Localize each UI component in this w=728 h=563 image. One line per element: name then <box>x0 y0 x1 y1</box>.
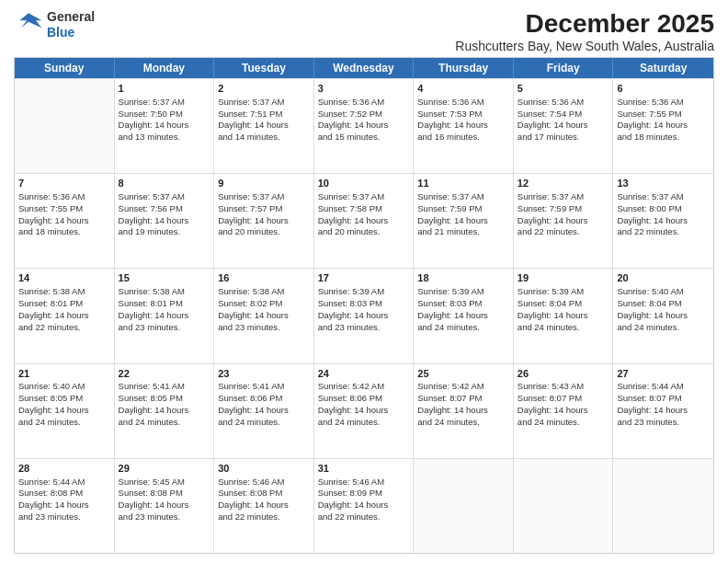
day-number: 16 <box>218 271 310 285</box>
day-info-line: and 18 minutes. <box>18 226 110 238</box>
day-number: 29 <box>119 462 210 476</box>
day-info-line: Daylight: 14 hours <box>218 120 310 132</box>
day-info-line: Daylight: 14 hours <box>518 405 609 417</box>
calendar-cell: 5Sunrise: 5:36 AMSunset: 7:54 PMDaylight… <box>514 79 614 173</box>
day-info-line: Sunset: 7:53 PM <box>417 109 509 121</box>
day-info-line: Sunset: 7:51 PM <box>218 109 310 121</box>
day-number: 22 <box>119 367 210 381</box>
day-info-line: Sunrise: 5:37 AM <box>417 191 509 203</box>
day-info-line: Sunset: 8:02 PM <box>218 298 310 310</box>
day-info-line: and 24 minutes. <box>417 417 509 429</box>
day-info-line: Daylight: 14 hours <box>218 500 310 511</box>
day-info-line: and 19 minutes. <box>119 226 210 238</box>
calendar-cell: 16Sunrise: 5:38 AMSunset: 8:02 PMDayligh… <box>214 269 314 362</box>
day-info-line: Daylight: 14 hours <box>617 120 710 132</box>
day-info-line: Sunrise: 5:36 AM <box>18 191 110 203</box>
day-info-line: and 22 minutes. <box>518 226 609 238</box>
day-info-line: Sunrise: 5:39 AM <box>518 286 609 298</box>
day-info-line: Sunset: 8:08 PM <box>119 488 210 500</box>
calendar-cell: 20Sunrise: 5:40 AMSunset: 8:04 PMDayligh… <box>613 269 713 362</box>
day-info-line: Sunset: 7:50 PM <box>119 109 210 121</box>
header-day-monday: Monday <box>115 58 215 78</box>
day-info-line: Sunset: 8:04 PM <box>518 298 609 310</box>
day-info-line: and 22 minutes. <box>18 322 110 334</box>
day-info-line: and 14 minutes. <box>218 132 310 144</box>
calendar-cell: 7Sunrise: 5:36 AMSunset: 7:55 PMDaylight… <box>15 174 115 268</box>
day-info-line: Sunset: 8:07 PM <box>617 393 710 405</box>
calendar-cell: 19Sunrise: 5:39 AMSunset: 8:04 PMDayligh… <box>514 269 614 362</box>
day-info-line: Daylight: 14 hours <box>119 405 210 417</box>
day-info-line: and 21 minutes. <box>417 226 509 238</box>
day-info-line: Sunrise: 5:36 AM <box>518 97 609 109</box>
day-info-line: Sunrise: 5:41 AM <box>119 381 210 393</box>
day-info-line: and 23 minutes. <box>18 511 110 523</box>
day-info-line: Sunset: 8:09 PM <box>318 488 410 500</box>
day-info-line: and 24 minutes. <box>218 417 310 429</box>
day-info-line: and 23 minutes. <box>119 322 210 334</box>
day-info-line: and 18 minutes. <box>617 132 710 144</box>
calendar-body: 1Sunrise: 5:37 AMSunset: 7:50 PMDaylight… <box>15 78 713 553</box>
day-number: 12 <box>518 177 609 190</box>
calendar-cell: 8Sunrise: 5:37 AMSunset: 7:56 PMDaylight… <box>115 174 215 268</box>
calendar-row-3: 14Sunrise: 5:38 AMSunset: 8:01 PMDayligh… <box>15 268 713 362</box>
calendar-row-5: 28Sunrise: 5:44 AMSunset: 8:08 PMDayligh… <box>15 458 713 553</box>
day-info-line: and 13 minutes. <box>119 132 210 144</box>
day-info-line: Daylight: 14 hours <box>518 310 609 322</box>
day-number: 4 <box>417 82 509 96</box>
day-number: 13 <box>617 177 710 190</box>
logo-icon <box>14 10 43 40</box>
day-info-line: Sunset: 8:00 PM <box>617 203 710 215</box>
day-info-line: Sunset: 8:06 PM <box>318 393 410 405</box>
day-info-line: Daylight: 14 hours <box>318 120 410 132</box>
day-info-line: Sunrise: 5:39 AM <box>318 286 410 298</box>
day-info-line: Sunset: 7:55 PM <box>617 109 710 121</box>
day-info-line: Sunrise: 5:44 AM <box>18 477 110 488</box>
day-info-line: Sunrise: 5:37 AM <box>318 191 410 203</box>
calendar-cell: 31Sunrise: 5:46 AMSunset: 8:09 PMDayligh… <box>314 459 415 553</box>
day-info-line: Daylight: 14 hours <box>119 310 210 322</box>
header-day-friday: Friday <box>514 58 614 78</box>
calendar-cell: 24Sunrise: 5:42 AMSunset: 8:06 PMDayligh… <box>314 364 415 458</box>
calendar-cell: 4Sunrise: 5:36 AMSunset: 7:53 PMDaylight… <box>414 79 514 173</box>
day-info-line: Sunrise: 5:39 AM <box>417 286 509 298</box>
logo-text: General Blue <box>47 9 95 40</box>
day-info-line: Daylight: 14 hours <box>18 500 110 511</box>
day-info-line: Sunset: 7:59 PM <box>417 203 509 215</box>
calendar-cell: 2Sunrise: 5:37 AMSunset: 7:51 PMDaylight… <box>214 79 314 173</box>
day-info-line: Sunset: 7:55 PM <box>18 203 110 215</box>
day-number: 5 <box>518 82 609 96</box>
day-info-line: and 24 minutes. <box>518 322 609 334</box>
day-info-line: Sunset: 7:56 PM <box>119 203 210 215</box>
day-number: 27 <box>617 367 710 381</box>
calendar-cell: 28Sunrise: 5:44 AMSunset: 8:08 PMDayligh… <box>15 459 115 553</box>
day-info-line: Daylight: 14 hours <box>119 215 210 227</box>
day-info-line: Sunrise: 5:44 AM <box>617 381 710 393</box>
day-info-line: Sunrise: 5:42 AM <box>318 381 410 393</box>
day-info-line: Sunset: 7:58 PM <box>318 203 410 215</box>
day-info-line: and 24 minutes. <box>18 417 110 429</box>
day-info-line: Sunrise: 5:37 AM <box>119 191 210 203</box>
calendar-cell: 22Sunrise: 5:41 AMSunset: 8:05 PMDayligh… <box>115 364 215 458</box>
day-info-line: Sunrise: 5:36 AM <box>617 97 710 109</box>
calendar-header: SundayMondayTuesdayWednesdayThursdayFrid… <box>15 58 713 78</box>
day-info-line: Daylight: 14 hours <box>318 215 410 227</box>
day-number: 31 <box>318 462 410 476</box>
day-info-line: Daylight: 14 hours <box>218 405 310 417</box>
day-number: 26 <box>518 367 609 381</box>
day-info-line: Sunset: 8:05 PM <box>119 393 210 405</box>
logo: General Blue <box>14 9 95 40</box>
day-info-line: Sunset: 8:07 PM <box>518 393 609 405</box>
day-info-line: Daylight: 14 hours <box>318 500 410 511</box>
day-info-line: Sunset: 8:07 PM <box>417 393 509 405</box>
day-info-line: Sunset: 8:01 PM <box>119 298 210 310</box>
day-number: 11 <box>417 177 509 190</box>
calendar-cell: 30Sunrise: 5:46 AMSunset: 8:08 PMDayligh… <box>214 459 314 553</box>
day-info-line: Sunset: 8:01 PM <box>18 298 110 310</box>
day-info-line: Daylight: 14 hours <box>617 310 710 322</box>
header-day-thursday: Thursday <box>414 58 514 78</box>
calendar-cell: 14Sunrise: 5:38 AMSunset: 8:01 PMDayligh… <box>15 269 115 362</box>
header: General Blue December 2025 Rushcutters B… <box>14 9 714 53</box>
day-info-line: Sunrise: 5:37 AM <box>119 97 210 109</box>
main-title: December 2025 <box>455 9 714 39</box>
calendar-cell: 3Sunrise: 5:36 AMSunset: 7:52 PMDaylight… <box>314 79 415 173</box>
